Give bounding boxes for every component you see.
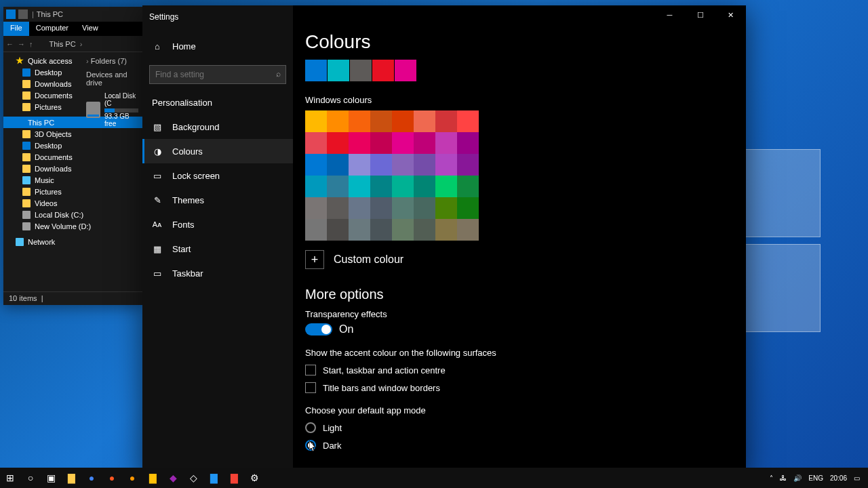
group-folders[interactable]: › Folders (7) [85, 54, 140, 68]
nav-colours[interactable]: ◑Colours [142, 139, 293, 163]
colour-swatch[interactable] [349, 176, 370, 197]
colour-swatch[interactable] [370, 197, 392, 219]
colour-swatch[interactable] [457, 176, 479, 197]
group-drives[interactable]: Devices and drive [85, 68, 140, 89]
nav-fonts[interactable]: AᴀFonts [142, 212, 293, 237]
colour-swatch[interactable] [305, 176, 327, 197]
colour-swatch[interactable] [457, 197, 479, 219]
colour-swatch[interactable] [414, 110, 435, 132]
nav-taskbar[interactable]: ▭Taskbar [142, 261, 293, 285]
colour-swatch[interactable] [392, 176, 414, 197]
tree-pictures-2[interactable]: Pictures [3, 186, 142, 197]
colour-swatch[interactable] [305, 219, 327, 241]
transparency-toggle[interactable] [305, 323, 332, 336]
colour-swatch[interactable] [327, 197, 349, 219]
colour-swatch[interactable] [392, 154, 414, 176]
colour-swatch[interactable] [349, 197, 370, 219]
colour-swatch[interactable] [349, 110, 370, 132]
colour-swatch[interactable] [305, 132, 327, 154]
nav-themes[interactable]: ✎Themes [142, 188, 293, 212]
colour-swatch[interactable] [435, 197, 457, 219]
colour-swatch[interactable] [305, 110, 327, 132]
colour-swatch[interactable] [457, 132, 479, 154]
nav-start[interactable]: ▦Start [142, 237, 293, 261]
colour-swatch[interactable] [349, 132, 370, 154]
tray-network-icon[interactable]: 🖧 [780, 474, 787, 482]
tree-music[interactable]: Music [3, 174, 142, 186]
settings-search[interactable]: ⌕ [149, 65, 286, 84]
nav-home[interactable]: ⌂ Home [142, 34, 293, 58]
drive-local-disk-c[interactable]: Local Disk (C 93.3 GB free [85, 89, 140, 130]
breadcrumb[interactable]: This PC [50, 40, 76, 48]
search-input[interactable] [149, 65, 286, 84]
colour-swatch[interactable] [392, 132, 414, 154]
explorer-address-bar[interactable]: ← → ↑ This PC › [3, 36, 142, 52]
colour-swatch[interactable] [327, 154, 349, 176]
recent-colour-swatch[interactable] [395, 60, 416, 81]
radio-light[interactable]: Light [305, 422, 734, 433]
colour-swatch[interactable] [349, 154, 370, 176]
tree-videos[interactable]: Videos [3, 197, 142, 209]
colour-swatch[interactable] [327, 176, 349, 197]
colour-swatch[interactable] [305, 154, 327, 176]
colour-swatch[interactable] [327, 132, 349, 154]
colour-swatch[interactable] [414, 219, 435, 241]
taskbar-app-settings[interactable]: ⚙ [247, 470, 262, 485]
recent-colour-swatch[interactable] [305, 60, 327, 81]
tree-desktop-2[interactable]: Desktop [3, 140, 142, 151]
colour-swatch[interactable] [457, 110, 479, 132]
task-view-button[interactable]: ▣ [43, 470, 58, 485]
explorer-titlebar[interactable]: | This PC [3, 7, 142, 22]
taskbar-app[interactable]: ▇ [206, 470, 221, 485]
tree-downloads-2[interactable]: Downloads [3, 163, 142, 174]
recent-colour-swatch[interactable] [372, 60, 394, 81]
colour-swatch[interactable] [414, 154, 435, 176]
start-button[interactable]: ⊞ [3, 470, 18, 485]
tray-chevron-up-icon[interactable]: ˄ [770, 474, 773, 482]
ribbon-tab-view[interactable]: View [75, 22, 105, 36]
custom-colour-button[interactable]: + Custom colour [305, 250, 734, 269]
colour-swatch[interactable] [370, 219, 392, 241]
window-close-button[interactable]: ✕ [715, 5, 746, 24]
nav-lock-screen[interactable]: ▭Lock screen [142, 163, 293, 188]
recent-colour-swatch[interactable] [350, 60, 372, 81]
colour-swatch[interactable] [370, 132, 392, 154]
colour-swatch[interactable] [414, 132, 435, 154]
checkbox-title-bars[interactable]: Title bars and window borders [305, 382, 734, 393]
nav-back-icon[interactable]: ← [6, 40, 14, 48]
ribbon-tab-computer[interactable]: Computer [29, 22, 75, 36]
colour-swatch[interactable] [435, 132, 457, 154]
taskbar-app[interactable]: ▇ [226, 470, 241, 485]
taskbar-app[interactable]: ◇ [186, 470, 201, 485]
tray-language[interactable]: ENG [808, 474, 823, 482]
colour-swatch[interactable] [392, 197, 414, 219]
colour-swatch[interactable] [435, 154, 457, 176]
colour-swatch[interactable] [435, 219, 457, 241]
taskbar-app-explorer[interactable]: ▇ [64, 470, 79, 485]
colour-swatch[interactable] [349, 219, 370, 241]
colour-swatch[interactable] [392, 110, 414, 132]
tray-clock[interactable]: 20:06 [830, 474, 847, 482]
window-minimize-button[interactable]: ─ [654, 5, 685, 24]
colour-swatch[interactable] [414, 197, 435, 219]
colour-swatch[interactable] [327, 219, 349, 241]
taskbar-app[interactable]: ● [125, 470, 140, 485]
tray-volume-icon[interactable]: 🔊 [793, 474, 802, 482]
tree-documents-2[interactable]: Documents [3, 151, 142, 163]
ribbon-tab-file[interactable]: File [3, 22, 29, 36]
colour-swatch[interactable] [305, 197, 327, 219]
recent-colour-swatch[interactable] [328, 60, 349, 81]
colour-swatch[interactable] [370, 154, 392, 176]
colour-swatch[interactable] [414, 176, 435, 197]
checkbox-start-taskbar[interactable]: Start, taskbar and action centre [305, 365, 734, 375]
colour-swatch[interactable] [457, 219, 479, 241]
colour-swatch[interactable] [370, 110, 392, 132]
taskbar[interactable]: ⊞ ○ ▣ ▇ ● ● ● ▇ ◆ ◇ ▇ ▇ ⚙ ˄ 🖧 🔊 ENG 20:0… [0, 468, 868, 488]
action-center-icon[interactable]: ▭ [854, 474, 860, 482]
taskbar-app[interactable]: ▇ [145, 470, 160, 485]
tree-network[interactable]: Network [3, 236, 142, 247]
system-tray[interactable]: ˄ 🖧 🔊 ENG 20:06 ▭ [770, 474, 865, 482]
nav-up-icon[interactable]: ↑ [29, 40, 33, 48]
colour-swatch[interactable] [392, 219, 414, 241]
colour-swatch[interactable] [435, 176, 457, 197]
